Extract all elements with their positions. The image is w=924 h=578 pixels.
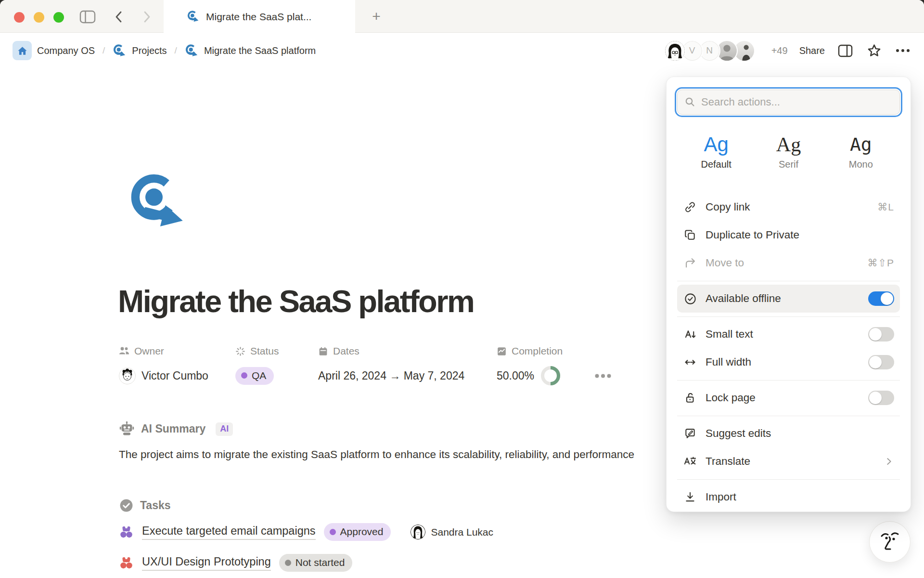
full-width-icon (683, 355, 697, 369)
minimize-window-button[interactable] (34, 12, 44, 23)
ai-summary-text[interactable]: The project aims to migrate the existing… (119, 448, 634, 461)
font-option-default[interactable]: Ag Default (680, 133, 752, 170)
zoom-window-button[interactable] (53, 12, 64, 23)
property-label-text: Status (250, 345, 279, 357)
property-label-owner[interactable]: Owner (119, 344, 235, 358)
property-label-status[interactable]: Status (235, 344, 318, 358)
completion-percent-text: 50.00% (497, 369, 534, 382)
collaborator-avatars[interactable]: V N (664, 40, 755, 62)
menu-item-import[interactable]: Import (677, 483, 900, 511)
import-icon (683, 490, 697, 504)
avatar (411, 525, 425, 539)
menu-divider (677, 479, 900, 480)
shortcut-hint: ⌘L (877, 201, 894, 213)
home-button[interactable] (13, 41, 32, 60)
breadcrumb-separator: / (103, 45, 105, 56)
breadcrumb-company-os[interactable]: Company OS (37, 45, 95, 56)
projects-logo-icon (113, 44, 127, 58)
font-sample: Ag (825, 133, 897, 156)
property-value-status[interactable]: QA (235, 364, 318, 387)
menu-item-label: Small text (706, 328, 753, 341)
lock-page-toggle[interactable] (868, 391, 894, 405)
more-actions-button[interactable] (894, 42, 911, 59)
menu-item-move-to[interactable]: Move to ⌘⇧P (677, 249, 900, 277)
more-collaborators-count[interactable]: +49 (771, 45, 788, 56)
font-sample: Ag (680, 133, 752, 156)
home-icon (17, 45, 28, 56)
task-status-pill[interactable]: Approved (324, 523, 391, 541)
task-row: UX/UI Design Prototyping Not started (119, 554, 352, 572)
progress-ring (540, 366, 561, 386)
menu-item-copy-link[interactable]: Copy link ⌘L (677, 193, 900, 221)
task-status-pill[interactable]: Not started (279, 554, 353, 572)
breadcrumb-label: Migrate the SaaS platform (204, 45, 316, 56)
status-text: QA (252, 370, 266, 381)
search-actions-field[interactable] (677, 90, 900, 115)
share-button[interactable]: Share (799, 45, 825, 56)
small-text-toggle[interactable] (868, 327, 894, 342)
robot-icon (119, 421, 135, 437)
property-label-completion[interactable]: Completion (497, 344, 611, 358)
page-actions-menu: Ag Default Ag Serif Ag Mono (666, 77, 911, 512)
menu-item-translate[interactable]: Translate (677, 447, 900, 475)
font-option-mono[interactable]: Ag Mono (825, 133, 897, 170)
breadcrumb-projects[interactable]: Projects (113, 44, 167, 58)
calendar-icon (318, 346, 328, 356)
ai-badge: AI (216, 422, 233, 436)
menu-item-duplicate[interactable]: Duplicate to Private (677, 221, 900, 249)
toggle-sidebar-button[interactable] (78, 9, 97, 25)
property-label-text: Completion (512, 345, 563, 357)
menu-item-lock-page[interactable]: Lock page (677, 384, 900, 412)
breadcrumb-separator: / (175, 45, 177, 56)
property-value-owner[interactable]: Victor Cumbo (119, 364, 235, 387)
task-assignee[interactable]: Sandra Lukac (411, 525, 493, 539)
menu-item-available-offline[interactable]: Available offline (677, 285, 900, 313)
status-dot (241, 372, 247, 379)
forward-button[interactable] (138, 9, 156, 25)
search-actions-input[interactable] (701, 96, 893, 108)
property-more-button[interactable] (595, 374, 611, 378)
check-circle-outline-icon (683, 291, 697, 306)
binoculars-icon (119, 525, 134, 539)
task-link[interactable]: UX/UI Design Prototyping (142, 555, 271, 571)
page-logo-icon (185, 44, 199, 58)
menu-item-suggest-edits[interactable]: Suggest edits (677, 420, 900, 447)
move-to-icon (683, 256, 697, 270)
favorite-button[interactable] (865, 42, 883, 59)
open-side-panel-button[interactable] (836, 42, 854, 59)
page-title[interactable]: Migrate the SaaS platform (118, 283, 474, 319)
menu-item-small-text[interactable]: Small text (677, 320, 900, 348)
menu-divider (677, 416, 900, 416)
task-link[interactable]: Execute targeted email campaigns (142, 525, 316, 540)
notion-ai-button[interactable] (869, 521, 911, 563)
binoculars-icon (119, 555, 134, 570)
sidebar-toggle-icon (79, 10, 96, 24)
available-offline-toggle[interactable] (868, 291, 894, 306)
menu-item-label: Translate (706, 455, 750, 468)
property-value-dates[interactable]: April 26, 2024 → May 7, 2024 (318, 364, 497, 387)
dates-text: April 26, 2024 → May 7, 2024 (318, 369, 464, 382)
link-icon (683, 200, 697, 214)
window-controls (14, 12, 64, 23)
breadcrumb-current-page[interactable]: Migrate the SaaS platform (185, 44, 316, 58)
owner-name: Victor Cumbo (141, 369, 208, 382)
full-width-toggle[interactable] (868, 355, 894, 369)
search-icon (684, 96, 696, 108)
app-window: Migrate the SaaS plat... + Company OS / … (0, 0, 924, 578)
property-value-completion[interactable]: 50.00% (497, 364, 611, 387)
status-dot (330, 529, 336, 535)
menu-item-full-width[interactable]: Full width (677, 348, 900, 376)
font-option-label: Mono (825, 159, 897, 170)
back-button[interactable] (110, 9, 128, 25)
font-option-serif[interactable]: Ag Serif (752, 133, 824, 170)
chevron-right-icon (141, 10, 153, 24)
close-window-button[interactable] (14, 12, 25, 23)
page-icon[interactable] (127, 171, 189, 233)
page-header: Company OS / Projects / Migrate the SaaS… (0, 33, 924, 68)
property-label-dates[interactable]: Dates (318, 344, 497, 358)
tab-migrate-saas[interactable]: Migrate the SaaS plat... (164, 0, 355, 33)
new-tab-button[interactable]: + (366, 6, 387, 27)
avatar-initial: V (689, 45, 695, 56)
property-label-text: Owner (134, 345, 164, 357)
shortcut-hint: ⌘⇧P (867, 257, 894, 269)
